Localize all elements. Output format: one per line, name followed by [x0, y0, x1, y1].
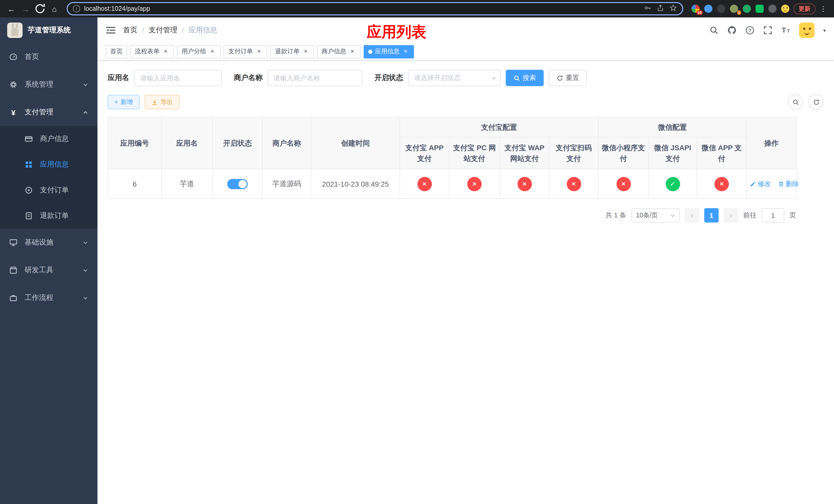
cell-merchant: 芋道源码 — [262, 169, 311, 199]
yen-icon: ¥ — [9, 108, 18, 116]
goto-page-input[interactable] — [762, 208, 784, 223]
password-key-icon[interactable] — [644, 4, 652, 13]
sidebar-item-home[interactable]: 首页 — [0, 43, 97, 71]
sidebar-item-workflow[interactable]: 工作流程 — [0, 284, 97, 312]
font-size-icon[interactable]: TT — [781, 26, 790, 35]
chevron-down-icon — [83, 295, 88, 301]
browser-menu-icon[interactable]: ⋮ — [818, 5, 829, 13]
tab-refund-order[interactable]: 退款订单× — [270, 45, 314, 58]
tag-view-bar: 首页 流程表单× 用户分组× 支付订单× 退款订单× 商户信息× 应用信息× — [97, 43, 834, 61]
sidebar-item-label: 工作流程 — [25, 293, 53, 302]
chevron-down-icon — [491, 75, 497, 81]
search-form: 应用名 商户名称 开启状态 请选择开启状态 搜索 — [108, 70, 824, 86]
prev-page-button[interactable]: ‹ — [685, 208, 699, 223]
edit-link[interactable]: 修改 — [750, 179, 771, 188]
close-icon[interactable]: × — [256, 48, 263, 55]
merchant-name-input[interactable] — [268, 70, 362, 86]
col-alipay-pc: 支付宝 PC 网站支付 — [449, 137, 500, 169]
search-button[interactable]: 搜索 — [506, 70, 544, 86]
toggle-search-button[interactable] — [788, 94, 803, 110]
delete-link[interactable]: 删除 — [778, 179, 799, 188]
site-info-icon[interactable]: i — [73, 5, 80, 12]
tab-label: 用户分组 — [181, 47, 206, 56]
close-icon[interactable]: × — [302, 48, 309, 55]
extensions-puzzle-icon[interactable] — [768, 5, 776, 13]
sidebar-item-pay-order[interactable]: 支付订单 — [0, 177, 97, 203]
sidebar-logo-row[interactable]: 芋道管理系统 — [0, 18, 97, 43]
alipay-wap-status-icon: × — [517, 177, 532, 191]
gear-icon — [9, 81, 18, 89]
search-icon[interactable] — [709, 26, 719, 35]
extension-icon-1[interactable]: 10 — [692, 5, 700, 13]
share-icon[interactable] — [657, 4, 664, 13]
close-icon[interactable]: × — [209, 48, 216, 55]
forward-icon[interactable]: → — [20, 3, 32, 15]
extension-icon-6[interactable] — [755, 5, 764, 13]
help-icon[interactable]: ? — [745, 26, 754, 35]
reset-button[interactable]: 重置 — [549, 70, 587, 86]
extension-icon-3[interactable] — [717, 5, 725, 13]
sidebar-item-system[interactable]: 系统管理 — [0, 71, 97, 98]
sidebar-item-refund-order[interactable]: 退款订单 — [0, 203, 97, 229]
fullscreen-icon[interactable] — [763, 26, 772, 35]
sidebar-item-app-info[interactable]: 应用信息 — [0, 152, 97, 177]
home-icon[interactable]: ⌂ — [48, 3, 61, 15]
breadcrumb-item-app-info: 应用信息 — [189, 26, 218, 35]
avatar[interactable] — [799, 23, 814, 38]
merchant-name-label: 商户名称 — [234, 73, 263, 83]
col-group-wechat: 微信配置 — [598, 117, 747, 137]
add-button[interactable]: + 新增 — [108, 95, 139, 109]
bookmark-star-icon[interactable] — [670, 4, 677, 13]
breadcrumb-item-home[interactable]: 首页 — [123, 26, 137, 35]
sidebar-item-label: 退款订单 — [40, 211, 69, 221]
refresh-button[interactable] — [808, 94, 824, 110]
extension-icon-4[interactable]: 1 — [730, 5, 738, 13]
browser-update-button[interactable]: 更新 — [793, 3, 815, 14]
next-page-button[interactable]: › — [724, 208, 738, 223]
profile-avatar-icon[interactable] — [781, 5, 789, 13]
back-icon[interactable]: ← — [5, 3, 18, 15]
tab-user-group[interactable]: 用户分组× — [177, 45, 221, 58]
tab-merchant-info[interactable]: 商户信息× — [317, 45, 360, 58]
app-name-input[interactable] — [134, 70, 222, 86]
search-button-label: 搜索 — [523, 73, 536, 83]
toolbox-icon — [9, 266, 18, 274]
github-icon[interactable] — [727, 26, 737, 35]
reset-button-label: 重置 — [566, 73, 579, 83]
sidebar-item-infrastructure[interactable]: 基础设施 — [0, 229, 97, 256]
tab-process-form[interactable]: 流程表单× — [130, 45, 174, 58]
status-select[interactable]: 请选择开启状态 — [408, 70, 501, 86]
page-size-select[interactable]: 10条/页 — [631, 208, 680, 223]
close-icon[interactable]: × — [349, 48, 356, 55]
caret-down-icon[interactable]: ▾ — [823, 27, 826, 33]
extension-icon-2[interactable] — [704, 5, 712, 13]
tab-home[interactable]: 首页 — [106, 45, 127, 58]
close-icon[interactable]: × — [162, 48, 169, 55]
tab-app-info[interactable]: 应用信息× — [364, 45, 414, 58]
sidebar-item-payment[interactable]: ¥ 支付管理 — [0, 98, 97, 126]
page-size-value: 10条/页 — [636, 211, 658, 220]
alipay-pc-status-icon: × — [467, 177, 482, 191]
reload-icon[interactable] — [34, 3, 46, 15]
export-button[interactable]: 导出 — [145, 95, 179, 109]
sidebar-item-devtools[interactable]: 研发工具 — [0, 256, 97, 284]
col-app-name: 应用名 — [161, 117, 213, 169]
status-toggle[interactable] — [227, 179, 248, 189]
sidebar-item-merchant-info[interactable]: 商户信息 — [0, 126, 97, 152]
monitor-icon — [9, 238, 18, 247]
page-1-button[interactable]: 1 — [704, 208, 719, 223]
wx-app-status-icon: × — [715, 177, 729, 191]
close-icon[interactable]: × — [402, 48, 409, 55]
alipay-qr-status-icon: × — [567, 177, 581, 191]
chevron-down-icon — [83, 82, 88, 87]
address-bar[interactable]: i localhost:1024/pay/app — [67, 2, 683, 15]
extension-icon-5[interactable] — [743, 5, 751, 13]
sidebar-item-label: 首页 — [25, 52, 39, 62]
col-wx-mini: 微信小程序支付 — [598, 137, 649, 169]
hamburger-icon[interactable] — [106, 25, 116, 36]
breadcrumb-item-payment[interactable]: 支付管理 — [149, 26, 177, 35]
table-toolbar: + 新增 导出 — [108, 94, 824, 110]
dashboard-icon — [9, 53, 18, 61]
screen: ← → ⌂ i localhost:1024/pay/app 10 1 更新 — [0, 0, 834, 504]
tab-pay-order[interactable]: 支付订单× — [224, 45, 267, 58]
